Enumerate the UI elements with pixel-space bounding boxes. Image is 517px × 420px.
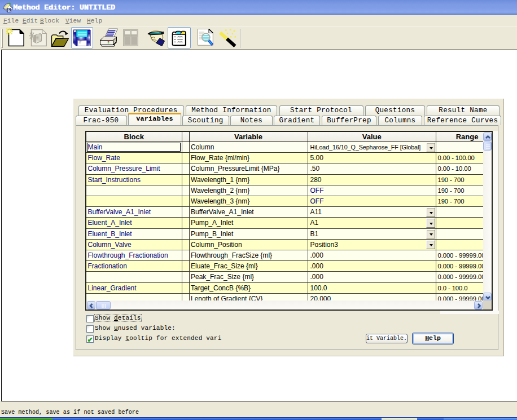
svg-text:E: E xyxy=(8,8,11,13)
